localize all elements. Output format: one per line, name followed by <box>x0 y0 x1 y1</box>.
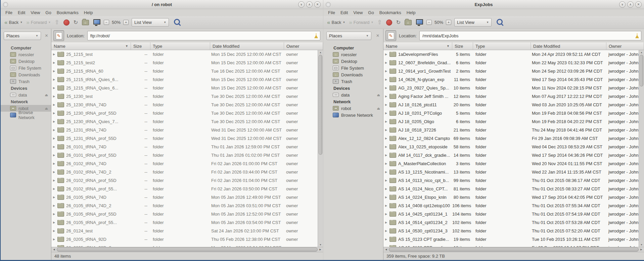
expander-icon[interactable]: ▶ <box>385 128 387 132</box>
back-button[interactable]: « Back ▼ <box>3 19 24 26</box>
file-row[interactable]: ▶ AS 14_0425_cpt01234_1 104 items folder… <box>383 210 639 218</box>
places-entry[interactable]: File System ⏏ <box>323 65 383 71</box>
side-pane-mode-select[interactable]: Places ▼ <box>4 32 41 40</box>
maximize-button[interactable]: ∧ <box>306 1 313 8</box>
zoom-out-button[interactable]: − <box>426 20 432 25</box>
scroll-right-icon[interactable]: ▶ <box>639 248 643 251</box>
location-field[interactable] <box>87 31 320 40</box>
column-header[interactable]: Owner ▼ <box>284 42 323 50</box>
expander-icon[interactable]: ▶ <box>385 154 387 157</box>
vertical-scrollbar[interactable]: ▲ ▼ <box>639 50 644 247</box>
menu-item[interactable]: Edit <box>338 9 351 16</box>
column-header[interactable]: Size ▼ <box>452 42 473 50</box>
file-row[interactable]: ▶ 26_0105_tRNA_prof_55... -- folder Mon … <box>51 218 318 227</box>
expander-icon[interactable]: ▶ <box>53 196 55 199</box>
scroll-down-icon[interactable]: ▼ <box>639 243 644 247</box>
close-side-pane-button[interactable]: ✕ <box>374 32 381 39</box>
menu-item[interactable]: Edit <box>15 9 28 16</box>
expander-icon[interactable]: ▶ <box>385 179 387 182</box>
close-side-pane-button[interactable]: ✕ <box>44 32 49 39</box>
expander-icon[interactable]: ▶ <box>385 238 387 241</box>
expander-icon[interactable]: ▶ <box>385 204 387 207</box>
scroll-up-icon[interactable]: ▲ <box>318 50 323 54</box>
file-row[interactable]: ▶ AS 15_0123 CPT gradie... 18 items fold… <box>383 244 639 247</box>
file-row[interactable]: ▶ AS 14_0224_Etopo_knln 80 items folder … <box>383 193 639 201</box>
expander-icon[interactable]: ▶ <box>53 120 55 123</box>
expander-icon[interactable]: ▶ <box>385 145 387 148</box>
file-row[interactable]: ▶ 26_0205_tRNA_92D -- folder Thu 05 Feb … <box>51 235 318 244</box>
horizontal-scrollbar-thumb[interactable] <box>57 248 318 252</box>
expander-icon[interactable]: ▶ <box>385 187 387 190</box>
expander-icon[interactable]: ▶ <box>53 95 55 98</box>
expander-icon[interactable]: ▶ <box>53 213 55 216</box>
expander-icon[interactable]: ▶ <box>53 70 55 73</box>
clear-location-icon[interactable] <box>635 33 639 38</box>
expander-icon[interactable]: ▶ <box>385 61 387 64</box>
computer-button[interactable] <box>93 19 100 25</box>
places-entry[interactable]: Trash ⏏ <box>323 78 383 85</box>
eject-icon[interactable]: ⏏ <box>45 93 48 97</box>
column-header[interactable]: Type ▼ <box>473 42 531 50</box>
zoom-out-button[interactable]: − <box>104 20 109 25</box>
file-row[interactable]: ▶ AJ 18_0201_PTColigo 5 items folder Mon… <box>383 109 639 117</box>
file-row[interactable]: ▶ 25_1215_tRNA_60 -- folder Tue 16 Dec 2… <box>51 67 318 75</box>
column-header[interactable]: Type ▼ <box>150 42 210 50</box>
expander-icon[interactable]: ▶ <box>385 137 387 140</box>
places-entry[interactable]: Browse Network ⏏ <box>323 112 383 118</box>
file-row[interactable]: ▶ 25_1230_tRNA_74D -- folder Tue 30 Dec … <box>51 101 318 109</box>
file-row[interactable]: ▶ 26_0105_tRNA_prof_55D -- folder Mon 05… <box>51 210 318 218</box>
places-entry[interactable]: Devices ⏏ <box>323 85 383 91</box>
column-header[interactable]: Size ▼ <box>131 42 150 50</box>
file-row[interactable]: ▶ 12_0914_yor1_GrowthTest 2 items folder… <box>383 67 639 75</box>
file-row[interactable]: ▶ 25_1215_tRNA_Quies_6... -- folder Mon … <box>51 75 318 84</box>
scroll-up-icon[interactable]: ▲ <box>639 50 644 54</box>
expander-icon[interactable]: ▶ <box>53 78 55 81</box>
expander-icon[interactable]: ▶ <box>385 53 387 56</box>
minimize-button[interactable]: ∨ <box>619 1 626 8</box>
expander-icon[interactable]: ▶ <box>53 162 55 165</box>
scroll-left-icon[interactable]: ◀ <box>52 248 56 251</box>
file-row[interactable]: ▶ AS 15_0123 CPT gradie... 19 items fold… <box>383 235 639 244</box>
places-entry[interactable]: Downloads ⏏ <box>1 71 51 78</box>
close-button[interactable]: ✕ <box>314 1 321 8</box>
back-button[interactable]: « Back ▼ <box>326 19 346 26</box>
eject-icon[interactable]: ⏏ <box>45 107 48 110</box>
view-mode-select[interactable]: List View ▼ <box>132 18 169 27</box>
expander-icon[interactable]: ▶ <box>53 103 55 106</box>
places-entry[interactable]: Trash ⏏ <box>1 78 51 85</box>
expander-icon[interactable]: ▶ <box>53 238 55 241</box>
expander-icon[interactable]: ▶ <box>385 112 387 115</box>
file-row[interactable]: ▶ AJ 18_0126_ptcd11 20 items folder Wed … <box>383 101 639 109</box>
menu-item[interactable]: Bookmarks <box>377 9 404 16</box>
expander-icon[interactable]: ▶ <box>53 86 55 89</box>
places-entry[interactable]: data ⏏ <box>1 91 51 98</box>
expander-icon[interactable]: ▶ <box>53 171 55 174</box>
expander-icon[interactable]: ▶ <box>53 112 55 115</box>
column-header[interactable]: Date Modified ▼ <box>531 42 606 50</box>
computer-button[interactable] <box>416 19 423 25</box>
file-row[interactable]: ▶ 26_0102_tRNA_74D -- folder Fri 02 Jan … <box>51 159 318 168</box>
expander-icon[interactable]: ▶ <box>53 179 55 182</box>
file-row[interactable]: ▶ A_MasterPlateCollection 3 items folder… <box>383 159 639 168</box>
expander-icon[interactable]: ▶ <box>385 86 387 89</box>
file-row[interactable]: ▶ Alex_13_0225_etoposide 58 items folder… <box>383 143 639 151</box>
back-history-dropdown-icon[interactable]: ▼ <box>20 21 22 24</box>
expander-icon[interactable]: ▶ <box>385 213 387 216</box>
file-row[interactable]: ▶ 1aDevelopmentFiles 5 items folder Mon … <box>383 50 639 59</box>
places-entry[interactable]: Computer ⏏ <box>323 44 383 51</box>
places-entry[interactable]: roessler ⏏ <box>1 51 51 58</box>
places-entry[interactable]: Downloads ⏏ <box>323 71 383 78</box>
menu-item[interactable]: Go <box>43 9 54 16</box>
places-entry[interactable]: Computer ⏏ <box>1 44 51 51</box>
file-row[interactable]: ▶ AS 14_0530_cpt01234_3 102 items folder… <box>383 227 639 235</box>
expander-icon[interactable]: ▶ <box>53 137 55 140</box>
close-button[interactable]: ✕ <box>635 1 642 8</box>
places-entry[interactable]: robot ⏏ <box>323 105 383 112</box>
menu-item[interactable]: File <box>325 9 338 16</box>
up-button[interactable]: ⇧ <box>53 19 60 26</box>
scroll-left-icon[interactable]: ◀ <box>384 248 388 251</box>
file-row[interactable]: ▶ 25_1231_tRNA_prof_55D -- folder Wed 31… <box>51 134 318 143</box>
reload-button[interactable]: ↻ <box>395 19 402 26</box>
horizontal-scrollbar[interactable]: ◀ ▶ <box>51 247 323 252</box>
expander-icon[interactable]: ▶ <box>53 221 55 224</box>
